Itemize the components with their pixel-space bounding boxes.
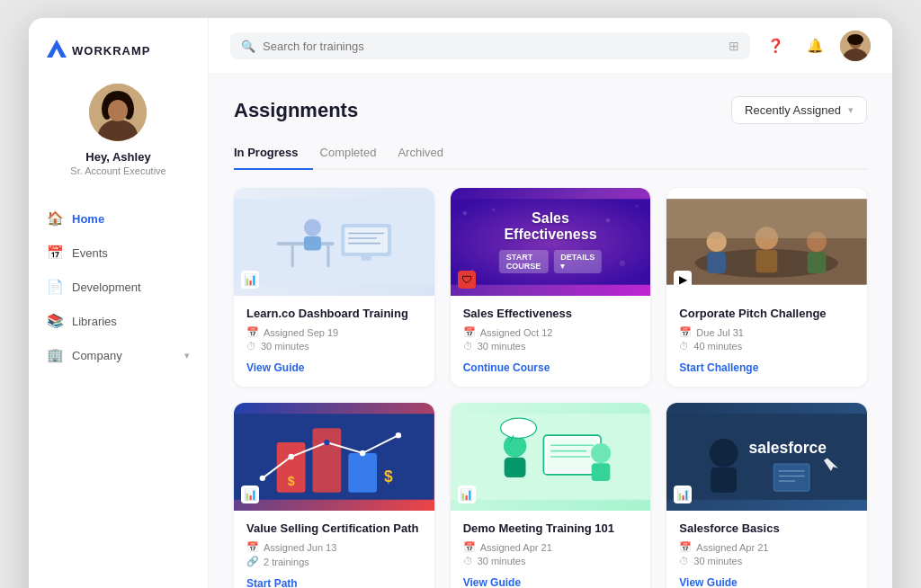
card3-badge: ▶	[674, 271, 692, 289]
sidebar-item-libraries-label: Libraries	[72, 315, 117, 328]
card4-action[interactable]: Start Path	[246, 577, 422, 588]
svg-rect-40	[666, 199, 867, 238]
development-icon: 📄	[47, 279, 63, 295]
search-icon: 🔍	[241, 40, 255, 53]
content-area: Assignments Recently Assigned ▾ In Progr…	[209, 75, 892, 588]
card4-duration-text: 2 trainings	[264, 557, 309, 567]
top-bar-actions: ❓ 🔔	[761, 31, 871, 61]
clock-icon: ⏱	[679, 341, 689, 352]
start-course-btn[interactable]: START COURSE	[499, 250, 549, 273]
card3-assigned-text: Due Jul 31	[696, 327, 744, 338]
card-thumbnail-value: $ $ 📊	[234, 403, 434, 511]
card1-action[interactable]: View Guide	[246, 361, 422, 374]
main-content: 🔍 ⊞ ❓ 🔔	[209, 18, 892, 588]
svg-rect-39	[808, 252, 827, 273]
svg-marker-0	[47, 40, 67, 58]
card5-duration-text: 30 minutes	[478, 556, 526, 566]
card2-title: Sales Effectiveness	[463, 307, 639, 320]
card6-duration-text: 30 minutes	[693, 556, 742, 566]
svg-point-28	[605, 218, 610, 223]
card4-assigned: 📅 Assigned Jun 13	[246, 541, 422, 553]
card-sales: Sales Effectiveness START COURSE DETAILS…	[451, 188, 651, 387]
svg-point-62	[591, 443, 611, 463]
svg-rect-13	[234, 199, 434, 284]
card6-title: Salesforce Basics	[679, 521, 854, 535]
card-value: $ $ 📊	[234, 403, 434, 588]
avatar-area: Hey, Ashley Sr. Account Executive	[70, 84, 165, 176]
calendar-icon: 📅	[463, 541, 476, 553]
libraries-icon: 📚	[47, 313, 63, 329]
sidebar-item-development[interactable]: 📄 Development	[29, 270, 208, 304]
svg-point-12	[847, 34, 863, 45]
sidebar-item-home[interactable]: 🏠 Home	[29, 201, 208, 236]
tab-completed[interactable]: Completed	[320, 138, 391, 170]
sidebar: WORKRAMP	[29, 18, 209, 588]
svg-point-47	[260, 476, 265, 481]
card2-body: Sales Effectiveness 📅 Assigned Oct 12 ⏱ …	[451, 296, 651, 387]
sidebar-item-company[interactable]: 🏢 Company ▾	[29, 338, 208, 372]
tab-archived[interactable]: Archived	[398, 138, 458, 170]
svg-point-26	[462, 211, 467, 216]
svg-rect-37	[756, 250, 778, 272]
svg-point-30	[619, 261, 624, 266]
nav-menu: 🏠 Home 📅 Events 📄 Development 📚 Librarie…	[29, 201, 208, 372]
filter-icon[interactable]: ⊞	[729, 39, 739, 53]
card-thumbnail-sales: Sales Effectiveness START COURSE DETAILS…	[451, 188, 651, 296]
card3-assigned: 📅 Due Jul 31	[679, 326, 854, 338]
search-bar[interactable]: 🔍 ⊞	[230, 32, 750, 59]
user-avatar-topbar[interactable]	[840, 31, 871, 61]
svg-point-27	[492, 209, 495, 211]
sort-dropdown[interactable]: Recently Assigned ▾	[731, 96, 867, 124]
card2-action[interactable]: Continue Course	[463, 361, 639, 374]
svg-rect-56	[547, 439, 597, 471]
calendar-icon: 📅	[246, 541, 259, 553]
svg-point-8	[108, 100, 128, 121]
svg-rect-54	[504, 458, 525, 477]
card1-assigned-text: Assigned Sep 19	[264, 327, 338, 338]
card5-action[interactable]: View Guide	[463, 576, 639, 588]
sort-chevron-icon: ▾	[848, 104, 854, 116]
svg-point-51	[396, 432, 401, 438]
calendar-icon: 📅	[679, 541, 692, 553]
sidebar-item-libraries[interactable]: 📚 Libraries	[29, 304, 208, 338]
card1-duration: ⏱ 30 minutes	[246, 341, 422, 352]
card4-meta: 📅 Assigned Jun 13 🔗 2 trainings	[246, 541, 422, 567]
card3-body: Corporate Pitch Challenge 📅 Due Jul 31 ⏱…	[666, 296, 867, 387]
svg-rect-20	[344, 227, 388, 253]
card-salesforce: salesforce 📊	[666, 403, 867, 588]
svg-point-49	[324, 440, 329, 445]
card1-title: Learn.co Dashboard Training	[246, 307, 422, 320]
svg-point-29	[635, 205, 638, 208]
sidebar-item-events-label: Events	[72, 246, 108, 260]
card2-duration: ⏱ 30 minutes	[463, 341, 639, 352]
card2-duration-text: 30 minutes	[478, 341, 526, 352]
home-icon: 🏠	[47, 210, 63, 227]
svg-rect-21	[362, 256, 371, 261]
search-input[interactable]	[263, 40, 721, 53]
card5-assigned: 📅 Assigned Apr 21	[463, 541, 639, 553]
card6-action[interactable]: View Guide	[679, 576, 854, 588]
card2-assigned: 📅 Assigned Oct 12	[463, 326, 639, 338]
card5-assigned-text: Assigned Apr 21	[480, 542, 552, 553]
notification-icon[interactable]: 🔔	[800, 31, 829, 60]
card4-body: Value Selling Certification Path 📅 Assig…	[234, 511, 434, 588]
logo: WORKRAMP	[29, 40, 150, 62]
svg-rect-16	[326, 245, 329, 267]
details-btn[interactable]: DETAILS ▾	[553, 250, 602, 273]
svg-point-48	[288, 454, 293, 459]
card3-action[interactable]: Start Challenge	[679, 361, 854, 374]
card4-duration: 🔗 2 trainings	[246, 556, 422, 567]
card-thumbnail-corporate: ▶	[666, 188, 867, 296]
svg-rect-63	[591, 463, 610, 481]
help-icon[interactable]: ❓	[761, 31, 790, 60]
sidebar-item-company-label: Company	[72, 349, 122, 362]
card6-assigned-text: Assigned Apr 21	[696, 542, 768, 553]
avatar	[89, 84, 147, 141]
card1-body: Learn.co Dashboard Training 📅 Assigned S…	[234, 296, 434, 387]
logo-icon	[47, 40, 67, 62]
card-demo: 📊 Demo Meeting Training 101 📅 Assigned A…	[451, 403, 651, 588]
sidebar-item-events[interactable]: 📅 Events	[29, 236, 208, 270]
card3-duration: ⏱ 40 minutes	[679, 341, 854, 352]
tab-in-progress[interactable]: In Progress	[234, 138, 313, 170]
sidebar-item-home-label: Home	[72, 212, 104, 226]
